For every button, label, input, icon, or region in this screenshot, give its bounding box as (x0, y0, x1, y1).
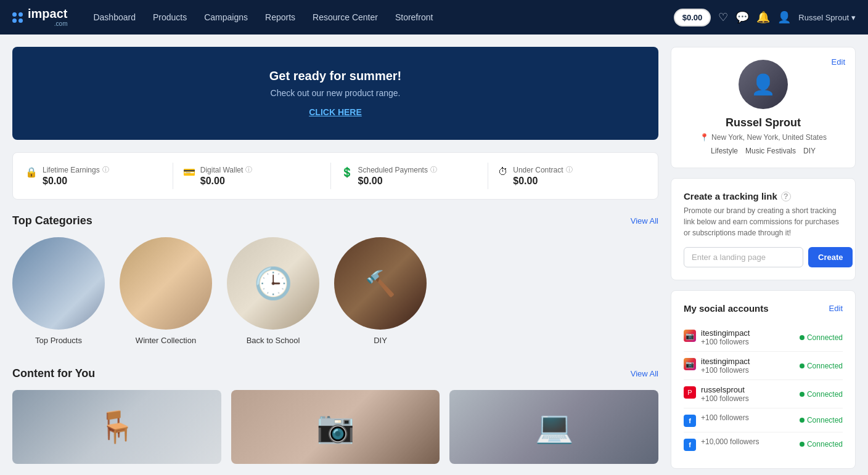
user-menu[interactable]: Russel Sprout ▾ (798, 13, 856, 22)
content-grid: 🪑 📷 💻 (12, 390, 658, 464)
stat-label: Lifetime Earnings (43, 166, 100, 174)
categories-header: Top Categories View All (12, 214, 658, 227)
dollar-icon: 💲 (341, 166, 353, 178)
tracking-landing-page-input[interactable] (684, 247, 803, 267)
nav-item-resource-center[interactable]: Resource Center (305, 7, 385, 27)
social-account-1: 📷 itestingimpact +100 followers Connecte… (684, 323, 843, 352)
category-image-diy: 🔨 (334, 237, 427, 330)
stat-label: Under Contract (513, 166, 563, 174)
stat-under-contract: ⏱ Under Contract ⓘ $0.00 (488, 163, 645, 189)
help-icon-tracking[interactable]: ? (781, 192, 791, 201)
connected-dot-icon (800, 418, 805, 423)
logo-sub: .com (28, 20, 67, 27)
social-account-5: f +10,000 followers Connected (684, 432, 843, 456)
social-info: russelsprout +100 followers (701, 385, 749, 403)
nav-item-products[interactable]: Products (145, 7, 194, 27)
social-handle: itestingimpact (701, 328, 750, 338)
connected-dot-icon (800, 335, 805, 340)
content-view-all[interactable]: View All (631, 369, 658, 378)
social-followers: +100 followers (701, 413, 749, 422)
connected-label: Connected (807, 362, 843, 370)
tracking-description: Promote our brand by creating a short tr… (684, 205, 843, 238)
stat-value: $0.00 (513, 176, 572, 187)
connected-status-4: Connected (800, 416, 843, 424)
social-account-4: f +100 followers Connected (684, 408, 843, 432)
heart-icon[interactable]: ♡ (718, 10, 728, 24)
social-account-3: P russelsprout +100 followers Connected (684, 380, 843, 408)
tracking-link-card: Create a tracking link ? Promote our bra… (671, 178, 856, 280)
content-card-2[interactable]: 📷 (231, 390, 440, 464)
social-info: itestingimpact +100 followers (701, 357, 750, 375)
connected-label: Connected (807, 440, 843, 449)
instagram-icon-2: 📷 (684, 358, 696, 370)
category-winter-collection[interactable]: Winter Collection (120, 237, 212, 345)
stat-scheduled-payments: 💲 Scheduled Payments ⓘ $0.00 (331, 163, 489, 189)
social-item-left: 📷 itestingimpact +100 followers (684, 328, 750, 346)
category-image-mall (12, 237, 105, 330)
avatar: 👤 (739, 60, 788, 109)
user-icon[interactable]: 👤 (777, 10, 791, 24)
banner-cta[interactable]: CLICK HERE (309, 107, 362, 117)
social-edit-link[interactable]: Edit (829, 304, 843, 313)
connected-label: Connected (807, 390, 843, 399)
tracking-input-row: Create (684, 247, 843, 267)
main-layout: Get ready for summer! Check out our new … (0, 35, 868, 475)
content-card-3[interactable]: 💻 (449, 390, 658, 464)
create-tracking-link-button[interactable]: Create (808, 247, 853, 267)
nav-item-reports[interactable]: Reports (258, 7, 303, 27)
chevron-down-icon: ▾ (851, 13, 856, 22)
balance-display[interactable]: $0.00 (674, 9, 711, 26)
content-image-office: 🪑 (12, 390, 221, 464)
social-accounts-card: My social accounts Edit 📷 itestingimpact… (671, 290, 856, 469)
card-icon: 💳 (183, 166, 195, 178)
facebook-icon-2: f (684, 439, 696, 451)
logo-text: impact (28, 7, 67, 20)
social-followers: +100 followers (701, 366, 750, 375)
stat-label: Digital Wallet (200, 166, 244, 174)
category-diy[interactable]: 🔨 DIY (334, 237, 427, 345)
navbar: impact .com Dashboard Products Campaigns… (0, 0, 868, 35)
help-icon-contract[interactable]: ⓘ (566, 165, 573, 174)
user-name: Russel Sprout (798, 13, 849, 22)
logo[interactable]: impact .com (12, 7, 67, 27)
bell-icon[interactable]: 🔔 (756, 10, 770, 24)
profile-tag-music: Music Festivals (745, 147, 796, 155)
content-card-1[interactable]: 🪑 (12, 390, 221, 464)
nav-item-campaigns[interactable]: Campaigns (197, 7, 255, 27)
category-image-tea (120, 237, 212, 330)
category-label: Winter Collection (136, 336, 196, 345)
top-categories-section: Top Categories View All Top Products Win… (12, 214, 658, 345)
nav-item-dashboard[interactable]: Dashboard (86, 7, 143, 27)
social-handle: itestingimpact (701, 357, 750, 366)
logo-dots (12, 12, 23, 23)
connected-status-2: Connected (800, 362, 843, 370)
connected-dot-icon (800, 442, 805, 447)
social-followers: +100 followers (701, 338, 750, 346)
clock-icon: ⏱ (498, 166, 508, 177)
nav-item-storefront[interactable]: Storefront (388, 7, 440, 27)
stat-value: $0.00 (200, 176, 253, 187)
content-image-photo: 📷 (231, 390, 440, 464)
stat-lifetime-earnings: 🔒 Lifetime Earnings ⓘ $0.00 (25, 163, 173, 189)
profile-name: Russel Sprout (684, 116, 843, 129)
help-icon-wallet[interactable]: ⓘ (245, 165, 252, 174)
social-item-left: P russelsprout +100 followers (684, 385, 749, 403)
instagram-icon: 📷 (684, 330, 696, 342)
help-icon-payments[interactable]: ⓘ (430, 165, 437, 174)
profile-tags: Lifestyle Music Festivals DIY (684, 147, 843, 155)
category-back-to-school[interactable]: 🕒 Back to School (227, 237, 319, 345)
promo-banner: Get ready for summer! Check out our new … (12, 47, 658, 140)
left-column: Get ready for summer! Check out our new … (12, 47, 658, 469)
facebook-icon-1: f (684, 415, 696, 427)
categories-view-all[interactable]: View All (631, 216, 658, 225)
pinterest-icon: P (684, 386, 696, 399)
category-label: Top Products (35, 336, 82, 345)
help-icon-lifetime[interactable]: ⓘ (102, 165, 109, 174)
location-pin-icon: 📍 (700, 133, 709, 142)
chat-icon[interactable]: 💬 (735, 10, 749, 24)
category-top-products[interactable]: Top Products (12, 237, 105, 345)
profile-edit-link[interactable]: Edit (832, 57, 845, 67)
tracking-title: Create a tracking link ? (684, 191, 843, 201)
stat-label: Scheduled Payments (358, 166, 428, 174)
social-handle: russelsprout (701, 385, 749, 394)
